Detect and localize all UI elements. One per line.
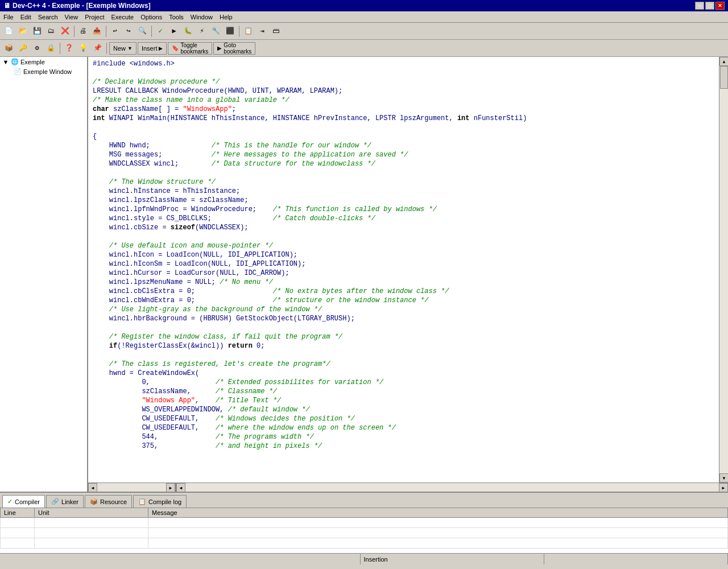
code-editor[interactable]: #include <windows.h> /* Declare Windows … (88, 57, 719, 483)
toggle-bookmarks-button[interactable]: 🔖 Togglebookmarks (168, 42, 212, 55)
insert-button[interactable]: Insert ▶ (138, 42, 167, 55)
vscroll-thumb[interactable] (720, 66, 728, 89)
vscroll-track[interactable] (719, 66, 728, 473)
param-btn[interactable]: 📋 (242, 25, 255, 38)
compile-log-tab-label: Compile log (148, 498, 181, 505)
tree-child-item[interactable]: 📄 Exemple Window (0, 67, 87, 76)
tb2-btn1[interactable]: 📦 (2, 42, 15, 55)
tree-scroll-right[interactable]: ▶ (166, 483, 175, 492)
table-row (1, 538, 728, 549)
bottom-panel: ✓ Compiler 🔗 Linker 📦 Resource 📋 Compile… (0, 492, 728, 564)
log-icon: 📋 (138, 498, 146, 505)
restore-button[interactable]: □ (705, 2, 714, 10)
tb2-btn5[interactable]: ❓ (63, 42, 76, 55)
close-button[interactable]: ✕ (715, 2, 725, 10)
stop-btn[interactable]: ⬛ (224, 25, 237, 38)
sep-6 (106, 43, 107, 54)
vscroll-down-btn[interactable]: ▼ (719, 473, 728, 483)
title-bar-title: 🖥 Dev-C++ 4 - Exemple - [Exemple Windows… (3, 2, 151, 10)
hscroll-right-btn[interactable]: ▶ (719, 483, 728, 492)
tb2-btn3[interactable]: ⚙ (31, 42, 43, 55)
resource-tab-label: Resource (100, 498, 127, 505)
resource-icon: 📦 (90, 498, 98, 505)
compiler-check-icon: ✓ (7, 498, 13, 505)
tree-scroll-track[interactable] (97, 483, 166, 492)
cell-unit (35, 528, 148, 538)
app-title: Dev-C++ 4 - Exemple - [Exemple Windows] (13, 2, 151, 10)
cell-line (1, 528, 35, 538)
redo-btn[interactable]: ↪ (122, 25, 135, 38)
print-btn[interactable]: 🖨 (77, 25, 89, 38)
tb2-btn2[interactable]: 🔑 (16, 42, 30, 55)
menu-project[interactable]: Project (81, 13, 107, 22)
tree-child-label: Exemple Window (23, 68, 72, 75)
editor-vscrollbar[interactable]: ▲ ▼ (719, 57, 728, 483)
col-unit: Unit (35, 508, 148, 518)
tb2-btn4[interactable]: 🔒 (44, 42, 57, 55)
toggle-bookmarks-label: Togglebookmarks (180, 42, 208, 55)
tree-hscroll: ◀ ▶ (88, 483, 176, 492)
insertion-status: Insertion (364, 556, 388, 563)
menu-options[interactable]: Options (137, 13, 166, 22)
tree-scroll-left[interactable]: ◀ (88, 483, 97, 492)
compile-btn[interactable]: ✓ (154, 25, 167, 38)
hscroll-track[interactable] (185, 483, 719, 492)
status-section-1 (0, 554, 361, 564)
menu-help[interactable]: Help (216, 13, 236, 22)
cell-message (148, 538, 728, 549)
cell-line (1, 538, 35, 549)
clean-btn[interactable]: 🔧 (209, 25, 222, 38)
menu-execute[interactable]: Execute (107, 13, 137, 22)
hscroll-left-btn[interactable]: ◀ (176, 483, 185, 492)
new-label: New (113, 45, 126, 52)
open-btn[interactable]: 📂 (16, 25, 30, 38)
col-line: Line (1, 508, 35, 518)
export-btn[interactable]: 📤 (90, 25, 104, 38)
run-btn[interactable]: ▶ (168, 25, 180, 38)
tab-linker[interactable]: 🔗 Linker (46, 495, 84, 508)
indent-btn[interactable]: ⇥ (256, 25, 268, 38)
save-all-btn[interactable]: 🗂 (45, 25, 57, 38)
undo-btn[interactable]: ↩ (109, 25, 121, 38)
vscroll-up-btn[interactable]: ▲ (719, 57, 728, 66)
tab-compile-log[interactable]: 📋 Compile log (133, 495, 187, 508)
new-button[interactable]: New ▼ (109, 42, 136, 55)
menu-tools[interactable]: Tools (166, 13, 187, 22)
tree-root[interactable]: ▼ 🌐 Exemple (0, 57, 87, 67)
status-insertion: Insertion (361, 554, 544, 564)
menu-edit[interactable]: Edit (17, 13, 35, 22)
menu-window[interactable]: Window (187, 13, 216, 22)
linker-tab-label: Linker (61, 498, 78, 505)
col-message: Message (148, 508, 728, 518)
project-tree: ▼ 🌐 Exemple 📄 Exemple Window (0, 57, 88, 492)
goto-bookmarks-label: Gotobookmarks (224, 42, 251, 55)
sep-5 (60, 43, 60, 54)
debug-btn[interactable]: 🐛 (181, 25, 195, 38)
find-btn[interactable]: 🔍 (136, 25, 149, 38)
close-doc-btn[interactable]: ❌ (59, 25, 72, 38)
table-row (1, 518, 728, 528)
status-section-3 (544, 554, 728, 564)
new-doc-btn[interactable]: 📄 (2, 25, 15, 38)
sep-1 (74, 26, 75, 37)
project-btn[interactable]: 🗃 (270, 25, 282, 38)
toolbar-2: 📦 🔑 ⚙ 🔒 ❓ 💡 📌 New ▼ Insert ▶ 🔖 Toggleboo… (0, 40, 728, 57)
title-bar: 🖥 Dev-C++ 4 - Exemple - [Exemple Windows… (0, 0, 728, 11)
minimize-button[interactable]: − (695, 2, 704, 10)
save-btn[interactable]: 💾 (31, 25, 44, 38)
status-bar: Insertion (0, 553, 728, 564)
toolbar-1: 📄 📂 💾 🗂 ❌ 🖨 📤 ↩ ↪ 🔍 ✓ ▶ 🐛 ⚡ 🔧 ⬛ 📋 ⇥ 🗃 (0, 23, 728, 40)
menu-view[interactable]: View (61, 13, 82, 22)
tree-expand-icon[interactable]: ▼ (2, 59, 9, 65)
menu-file[interactable]: File (0, 13, 17, 22)
tab-compiler[interactable]: ✓ Compiler (2, 495, 45, 508)
build-btn[interactable]: ⚡ (196, 25, 208, 38)
menu-search[interactable]: Search (35, 13, 61, 22)
tb2-btn6[interactable]: 💡 (77, 42, 90, 55)
tab-resource[interactable]: 📦 Resource (85, 495, 132, 508)
cell-unit (35, 518, 148, 528)
insert-label: Insert (142, 45, 158, 52)
goto-bookmarks-button[interactable]: ▶ Gotobookmarks (213, 42, 255, 55)
tb2-btn7[interactable]: 📌 (91, 42, 104, 55)
menu-bar: File Edit Search View Project Execute Op… (0, 11, 728, 23)
